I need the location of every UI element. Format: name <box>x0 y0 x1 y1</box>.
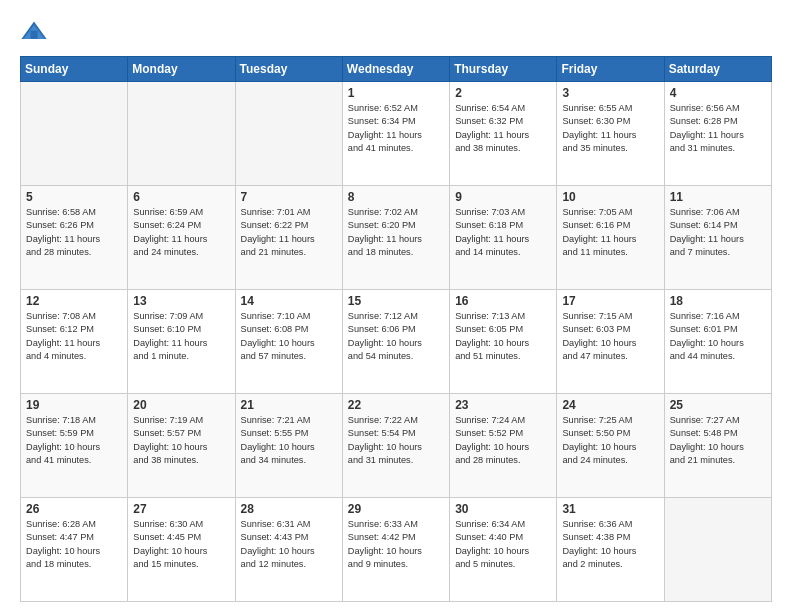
day-info: Sunrise: 6:52 AM Sunset: 6:34 PM Dayligh… <box>348 102 444 155</box>
calendar-cell: 23Sunrise: 7:24 AM Sunset: 5:52 PM Dayli… <box>450 394 557 498</box>
day-info: Sunrise: 6:54 AM Sunset: 6:32 PM Dayligh… <box>455 102 551 155</box>
day-number: 20 <box>133 398 229 412</box>
day-info: Sunrise: 6:34 AM Sunset: 4:40 PM Dayligh… <box>455 518 551 571</box>
day-number: 23 <box>455 398 551 412</box>
day-number: 28 <box>241 502 337 516</box>
day-number: 31 <box>562 502 658 516</box>
day-number: 17 <box>562 294 658 308</box>
calendar-cell: 5Sunrise: 6:58 AM Sunset: 6:26 PM Daylig… <box>21 186 128 290</box>
week-row-5: 26Sunrise: 6:28 AM Sunset: 4:47 PM Dayli… <box>21 498 772 602</box>
day-info: Sunrise: 6:28 AM Sunset: 4:47 PM Dayligh… <box>26 518 122 571</box>
day-number: 5 <box>26 190 122 204</box>
calendar-cell: 25Sunrise: 7:27 AM Sunset: 5:48 PM Dayli… <box>664 394 771 498</box>
calendar-cell: 10Sunrise: 7:05 AM Sunset: 6:16 PM Dayli… <box>557 186 664 290</box>
day-info: Sunrise: 7:05 AM Sunset: 6:16 PM Dayligh… <box>562 206 658 259</box>
day-number: 7 <box>241 190 337 204</box>
day-info: Sunrise: 7:27 AM Sunset: 5:48 PM Dayligh… <box>670 414 766 467</box>
weekday-header-tuesday: Tuesday <box>235 57 342 82</box>
day-info: Sunrise: 7:15 AM Sunset: 6:03 PM Dayligh… <box>562 310 658 363</box>
day-number: 22 <box>348 398 444 412</box>
calendar-cell: 19Sunrise: 7:18 AM Sunset: 5:59 PM Dayli… <box>21 394 128 498</box>
calendar-cell <box>235 82 342 186</box>
calendar-cell: 11Sunrise: 7:06 AM Sunset: 6:14 PM Dayli… <box>664 186 771 290</box>
calendar-cell: 16Sunrise: 7:13 AM Sunset: 6:05 PM Dayli… <box>450 290 557 394</box>
calendar-cell: 26Sunrise: 6:28 AM Sunset: 4:47 PM Dayli… <box>21 498 128 602</box>
calendar-cell <box>128 82 235 186</box>
weekday-header-friday: Friday <box>557 57 664 82</box>
week-row-1: 1Sunrise: 6:52 AM Sunset: 6:34 PM Daylig… <box>21 82 772 186</box>
day-number: 2 <box>455 86 551 100</box>
week-row-2: 5Sunrise: 6:58 AM Sunset: 6:26 PM Daylig… <box>21 186 772 290</box>
logo-icon <box>20 18 48 46</box>
calendar-cell: 12Sunrise: 7:08 AM Sunset: 6:12 PM Dayli… <box>21 290 128 394</box>
day-number: 6 <box>133 190 229 204</box>
week-row-3: 12Sunrise: 7:08 AM Sunset: 6:12 PM Dayli… <box>21 290 772 394</box>
day-info: Sunrise: 7:16 AM Sunset: 6:01 PM Dayligh… <box>670 310 766 363</box>
day-number: 26 <box>26 502 122 516</box>
day-number: 14 <box>241 294 337 308</box>
calendar: SundayMondayTuesdayWednesdayThursdayFrid… <box>20 56 772 602</box>
calendar-cell: 18Sunrise: 7:16 AM Sunset: 6:01 PM Dayli… <box>664 290 771 394</box>
day-info: Sunrise: 7:13 AM Sunset: 6:05 PM Dayligh… <box>455 310 551 363</box>
calendar-cell: 28Sunrise: 6:31 AM Sunset: 4:43 PM Dayli… <box>235 498 342 602</box>
day-number: 12 <box>26 294 122 308</box>
calendar-cell: 22Sunrise: 7:22 AM Sunset: 5:54 PM Dayli… <box>342 394 449 498</box>
day-info: Sunrise: 6:30 AM Sunset: 4:45 PM Dayligh… <box>133 518 229 571</box>
calendar-cell <box>664 498 771 602</box>
weekday-header-saturday: Saturday <box>664 57 771 82</box>
calendar-cell: 21Sunrise: 7:21 AM Sunset: 5:55 PM Dayli… <box>235 394 342 498</box>
day-info: Sunrise: 7:08 AM Sunset: 6:12 PM Dayligh… <box>26 310 122 363</box>
day-number: 27 <box>133 502 229 516</box>
page: SundayMondayTuesdayWednesdayThursdayFrid… <box>0 0 792 612</box>
day-number: 9 <box>455 190 551 204</box>
calendar-cell: 7Sunrise: 7:01 AM Sunset: 6:22 PM Daylig… <box>235 186 342 290</box>
day-info: Sunrise: 7:22 AM Sunset: 5:54 PM Dayligh… <box>348 414 444 467</box>
calendar-cell: 4Sunrise: 6:56 AM Sunset: 6:28 PM Daylig… <box>664 82 771 186</box>
day-number: 29 <box>348 502 444 516</box>
calendar-cell: 15Sunrise: 7:12 AM Sunset: 6:06 PM Dayli… <box>342 290 449 394</box>
calendar-cell: 17Sunrise: 7:15 AM Sunset: 6:03 PM Dayli… <box>557 290 664 394</box>
day-info: Sunrise: 7:01 AM Sunset: 6:22 PM Dayligh… <box>241 206 337 259</box>
day-number: 10 <box>562 190 658 204</box>
day-number: 18 <box>670 294 766 308</box>
day-number: 30 <box>455 502 551 516</box>
day-info: Sunrise: 7:25 AM Sunset: 5:50 PM Dayligh… <box>562 414 658 467</box>
calendar-cell: 30Sunrise: 6:34 AM Sunset: 4:40 PM Dayli… <box>450 498 557 602</box>
day-info: Sunrise: 7:02 AM Sunset: 6:20 PM Dayligh… <box>348 206 444 259</box>
day-info: Sunrise: 6:59 AM Sunset: 6:24 PM Dayligh… <box>133 206 229 259</box>
day-number: 15 <box>348 294 444 308</box>
calendar-cell: 9Sunrise: 7:03 AM Sunset: 6:18 PM Daylig… <box>450 186 557 290</box>
calendar-cell: 31Sunrise: 6:36 AM Sunset: 4:38 PM Dayli… <box>557 498 664 602</box>
calendar-cell: 3Sunrise: 6:55 AM Sunset: 6:30 PM Daylig… <box>557 82 664 186</box>
day-number: 19 <box>26 398 122 412</box>
header <box>20 18 772 46</box>
svg-rect-2 <box>31 31 38 39</box>
day-number: 8 <box>348 190 444 204</box>
day-info: Sunrise: 7:18 AM Sunset: 5:59 PM Dayligh… <box>26 414 122 467</box>
day-number: 11 <box>670 190 766 204</box>
calendar-cell: 24Sunrise: 7:25 AM Sunset: 5:50 PM Dayli… <box>557 394 664 498</box>
calendar-cell: 27Sunrise: 6:30 AM Sunset: 4:45 PM Dayli… <box>128 498 235 602</box>
calendar-cell <box>21 82 128 186</box>
day-info: Sunrise: 7:03 AM Sunset: 6:18 PM Dayligh… <box>455 206 551 259</box>
day-number: 1 <box>348 86 444 100</box>
week-row-4: 19Sunrise: 7:18 AM Sunset: 5:59 PM Dayli… <box>21 394 772 498</box>
day-info: Sunrise: 6:33 AM Sunset: 4:42 PM Dayligh… <box>348 518 444 571</box>
day-info: Sunrise: 7:12 AM Sunset: 6:06 PM Dayligh… <box>348 310 444 363</box>
day-number: 4 <box>670 86 766 100</box>
weekday-header-monday: Monday <box>128 57 235 82</box>
calendar-cell: 6Sunrise: 6:59 AM Sunset: 6:24 PM Daylig… <box>128 186 235 290</box>
weekday-header-row: SundayMondayTuesdayWednesdayThursdayFrid… <box>21 57 772 82</box>
day-info: Sunrise: 6:55 AM Sunset: 6:30 PM Dayligh… <box>562 102 658 155</box>
day-number: 16 <box>455 294 551 308</box>
calendar-cell: 29Sunrise: 6:33 AM Sunset: 4:42 PM Dayli… <box>342 498 449 602</box>
day-info: Sunrise: 7:06 AM Sunset: 6:14 PM Dayligh… <box>670 206 766 259</box>
calendar-cell: 13Sunrise: 7:09 AM Sunset: 6:10 PM Dayli… <box>128 290 235 394</box>
day-info: Sunrise: 7:19 AM Sunset: 5:57 PM Dayligh… <box>133 414 229 467</box>
day-info: Sunrise: 6:31 AM Sunset: 4:43 PM Dayligh… <box>241 518 337 571</box>
weekday-header-thursday: Thursday <box>450 57 557 82</box>
day-info: Sunrise: 7:21 AM Sunset: 5:55 PM Dayligh… <box>241 414 337 467</box>
day-number: 3 <box>562 86 658 100</box>
day-number: 21 <box>241 398 337 412</box>
logo <box>20 18 52 46</box>
